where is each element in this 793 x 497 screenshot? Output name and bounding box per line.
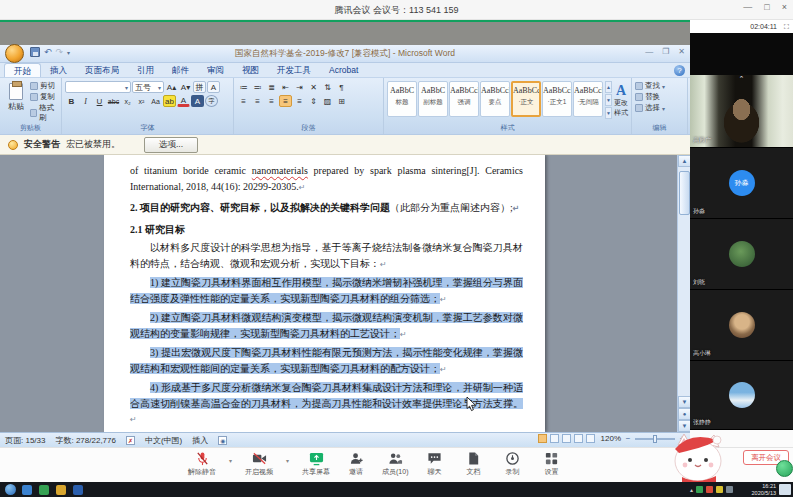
highlight-color-button[interactable]: ab: [163, 95, 176, 107]
select-button[interactable]: 选择▾: [635, 103, 684, 113]
sort-button[interactable]: ⇅: [321, 81, 334, 93]
language-indicator[interactable]: 中文(中国): [145, 435, 182, 446]
justify-button[interactable]: ≡: [279, 95, 292, 107]
find-button[interactable]: 查找▾: [635, 81, 684, 91]
style-emphasis[interactable]: AaBbCcD强调: [449, 81, 479, 117]
taskbar-clock[interactable]: 16:21 2020/5/13: [736, 483, 776, 496]
collapse-chevron-icon[interactable]: ⌃: [690, 75, 793, 83]
participant-tile-video[interactable]: ⌃ 高殿广: [690, 75, 793, 148]
character-shading-button[interactable]: A: [191, 95, 204, 107]
fullscreen-view-icon[interactable]: [550, 434, 559, 443]
format-painter-button[interactable]: 格式刷: [30, 103, 58, 123]
unmute-button[interactable]: 解除静音: [188, 451, 216, 477]
strikethrough-button[interactable]: abc: [107, 95, 120, 107]
record-button[interactable]: 录制: [499, 451, 525, 477]
zoom-slider-thumb[interactable]: [653, 435, 657, 443]
scroll-up-icon[interactable]: ▲: [678, 155, 690, 167]
grow-font-button[interactable]: A▴: [165, 81, 178, 93]
cut-button[interactable]: 剪切: [30, 81, 58, 91]
bullets-button[interactable]: ≔: [237, 81, 250, 93]
tab-insert[interactable]: 插入: [41, 63, 76, 77]
participant-tile[interactable]: 孙淼 孙淼: [690, 148, 793, 219]
input-method-icon[interactable]: [779, 484, 791, 495]
web-layout-view-icon[interactable]: [562, 434, 571, 443]
enclose-characters-button[interactable]: 字: [205, 95, 218, 107]
style-keypoint[interactable]: AaBbCcD要点: [480, 81, 510, 117]
tab-references[interactable]: 引用: [128, 63, 163, 77]
tab-home[interactable]: 开始: [4, 63, 41, 77]
expand-icon[interactable]: ⛶: [784, 23, 789, 31]
copy-button[interactable]: 复制: [30, 92, 58, 102]
taskbar-word-icon[interactable]: [73, 485, 83, 495]
clear-button[interactable]: ✕: [307, 81, 320, 93]
tab-acrobat[interactable]: Acrobat: [320, 63, 367, 77]
tray-icon-yellow[interactable]: [716, 486, 723, 493]
documents-button[interactable]: 文档: [460, 451, 486, 477]
zoom-level[interactable]: 120%: [601, 434, 621, 443]
macro-record-icon[interactable]: ◉: [218, 436, 227, 445]
style-subtitle[interactable]: AaBbC副标题: [418, 81, 448, 117]
settings-button[interactable]: 设置: [538, 451, 564, 477]
align-center-button[interactable]: ≡: [251, 95, 264, 107]
chat-button[interactable]: 聊天: [421, 451, 447, 477]
taskbar-browser-icon[interactable]: [22, 485, 32, 495]
line-spacing-button[interactable]: ⇕: [307, 95, 320, 107]
align-right-button[interactable]: ≡: [265, 95, 278, 107]
decrease-indent-button[interactable]: ⇤: [279, 81, 292, 93]
tab-developer[interactable]: 开发工具: [268, 63, 320, 77]
character-border-button[interactable]: A: [207, 81, 220, 93]
spellcheck-icon[interactable]: ✗: [126, 436, 135, 445]
security-options-button[interactable]: 选项...: [144, 137, 198, 153]
tray-icon-green[interactable]: [696, 486, 703, 493]
page-indicator[interactable]: 页面: 15/33: [5, 435, 45, 446]
document-area[interactable]: of titanium boride ceramic nanomaterials…: [0, 155, 690, 432]
outline-view-icon[interactable]: [574, 434, 583, 443]
superscript-button[interactable]: x²: [135, 95, 148, 107]
style-heading[interactable]: AaBbC标题: [387, 81, 417, 117]
change-case-button[interactable]: Aa: [149, 95, 162, 107]
start-video-button[interactable]: 开启视频: [245, 451, 273, 477]
multilevel-list-button[interactable]: ≣: [265, 81, 278, 93]
tray-chevron-icon[interactable]: ▴: [690, 486, 693, 493]
browse-object-icon[interactable]: ●: [678, 408, 690, 420]
underline-button[interactable]: U: [93, 95, 106, 107]
tab-mailings[interactable]: 邮件: [163, 63, 198, 77]
scroll-down-icon[interactable]: ▼: [678, 396, 690, 408]
zoom-out-icon[interactable]: −: [624, 434, 632, 443]
font-color-button[interactable]: A: [177, 95, 190, 107]
italic-button[interactable]: I: [79, 95, 92, 107]
style-gallery-scroll[interactable]: ▲▼▼: [605, 81, 612, 117]
wechat-float-icon[interactable]: [776, 460, 793, 477]
word-count[interactable]: 字数: 278/22,776: [55, 435, 115, 446]
tray-icon-red[interactable]: [706, 486, 713, 493]
minimize-icon[interactable]: —: [743, 2, 752, 12]
taskbar-folder-icon[interactable]: [56, 485, 66, 495]
word-restore-icon[interactable]: ❐: [662, 47, 669, 56]
style-no-spacing[interactable]: AaBbCcD·无间隔: [573, 81, 603, 117]
tab-page-layout[interactable]: 页面布局: [76, 63, 128, 77]
distribute-button[interactable]: ≡: [293, 95, 306, 107]
help-icon[interactable]: ?: [674, 65, 685, 76]
style-normal[interactable]: AaBbCcD·正文: [511, 81, 541, 117]
draft-view-icon[interactable]: [586, 434, 595, 443]
align-left-button[interactable]: ≡: [237, 95, 250, 107]
participant-tile[interactable]: 张静静: [690, 361, 793, 430]
start-button[interactable]: [5, 484, 16, 495]
taskbar-wechat-icon[interactable]: [39, 485, 49, 495]
invite-button[interactable]: 邀请: [343, 451, 369, 477]
borders-button[interactable]: ⊞: [335, 95, 348, 107]
tray-icon-gray[interactable]: [726, 486, 733, 493]
maximize-icon[interactable]: □: [764, 2, 769, 12]
tab-review[interactable]: 审阅: [198, 63, 233, 77]
font-size-combo[interactable]: 五号▾: [132, 81, 164, 93]
replace-button[interactable]: 替换: [635, 92, 684, 102]
next-page-icon[interactable]: ▼: [678, 420, 690, 432]
increase-indent-button[interactable]: ⇥: [293, 81, 306, 93]
word-close-icon[interactable]: ✕: [678, 47, 685, 56]
scrollbar-thumb[interactable]: [679, 171, 690, 215]
participant-tile[interactable]: 刘晓: [690, 219, 793, 290]
mic-dropdown-icon[interactable]: ▾: [229, 457, 232, 477]
phonetic-guide-button[interactable]: 拼: [193, 81, 206, 93]
style-normal1[interactable]: AaBbCcI·正文1: [542, 81, 572, 117]
bold-button[interactable]: B: [65, 95, 78, 107]
